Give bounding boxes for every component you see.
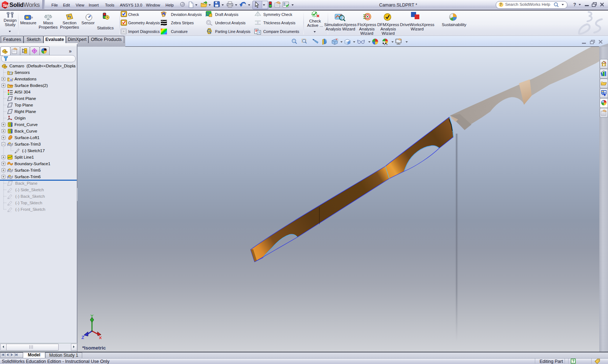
- svg-text:A: A: [10, 78, 12, 81]
- svg-text:?: ?: [572, 359, 574, 363]
- svg-text:?: ?: [258, 31, 260, 34]
